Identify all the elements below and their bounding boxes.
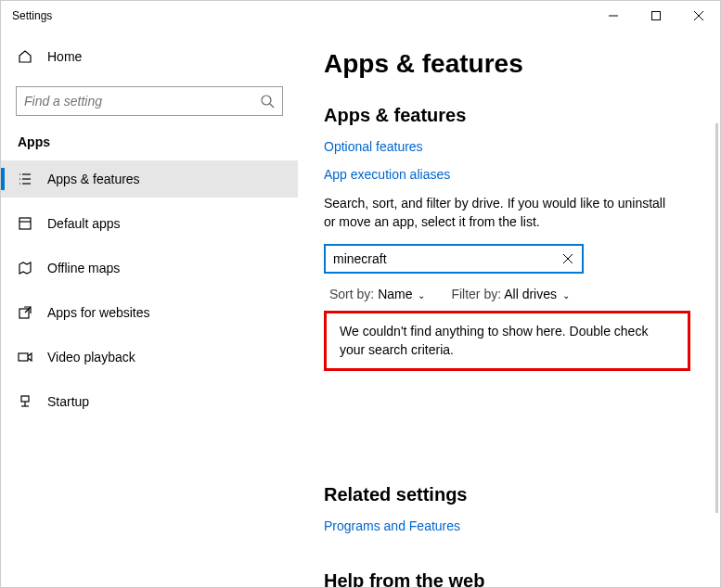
sidebar-item-startup[interactable]: Startup	[1, 383, 298, 420]
search-description: Search, sort, and filter by drive. If yo…	[324, 195, 676, 231]
svg-rect-16	[19, 353, 28, 361]
svg-rect-17	[21, 396, 29, 402]
svg-line-15	[25, 307, 31, 313]
programs-features-link[interactable]: Programs and Features	[324, 518, 694, 533]
chevron-down-icon: ⌄	[418, 290, 425, 300]
search-icon	[260, 94, 275, 109]
sort-value: Name	[378, 287, 412, 301]
svg-rect-12	[19, 218, 31, 229]
sidebar-item-apps-websites[interactable]: Apps for websites	[1, 294, 298, 331]
sidebar-item-label: Video playback	[47, 350, 135, 364]
map-icon	[18, 261, 32, 275]
main-content: Apps & features Apps & features Optional…	[298, 31, 720, 587]
sort-dropdown[interactable]: Sort by: Name ⌄	[329, 287, 425, 301]
filter-dropdown[interactable]: Filter by: All drives ⌄	[451, 287, 570, 301]
svg-line-5	[270, 104, 274, 108]
window-title: Settings	[12, 9, 592, 22]
sidebar-item-video-playback[interactable]: Video playback	[1, 339, 298, 376]
svg-point-4	[262, 96, 271, 105]
sidebar-item-label: Apps & features	[47, 172, 140, 186]
settings-search-input[interactable]	[24, 94, 260, 109]
startup-icon	[18, 394, 32, 409]
section-heading: Apps & features	[324, 105, 694, 126]
defaults-icon	[18, 216, 32, 231]
close-button[interactable]	[677, 1, 720, 31]
window-controls	[592, 1, 720, 31]
settings-search[interactable]	[16, 86, 283, 116]
optional-features-link[interactable]: Optional features	[324, 139, 694, 154]
sidebar-item-apps-features[interactable]: Apps & features	[1, 160, 298, 198]
home-label: Home	[47, 49, 82, 64]
sort-filter-row: Sort by: Name ⌄ Filter by: All drives ⌄	[324, 287, 694, 301]
app-search-box[interactable]	[324, 244, 584, 274]
sidebar-item-offline-maps[interactable]: Offline maps	[1, 249, 298, 287]
sidebar-item-label: Apps for websites	[47, 305, 150, 320]
related-settings-heading: Related settings	[324, 484, 694, 505]
svg-rect-1	[652, 12, 661, 20]
sidebar-item-label: Default apps	[47, 216, 121, 231]
filter-label: Filter by:	[451, 287, 501, 301]
chevron-down-icon: ⌄	[562, 290, 570, 300]
empty-results-message: We couldn't find anything to show here. …	[324, 311, 690, 371]
list-icon	[18, 172, 32, 186]
filter-value: All drives	[504, 287, 557, 301]
open-icon	[18, 305, 32, 320]
sidebar-item-default-apps[interactable]: Default apps	[1, 205, 298, 242]
app-execution-aliases-link[interactable]: App execution aliases	[324, 167, 694, 182]
app-search-input[interactable]	[333, 251, 561, 266]
minimize-button[interactable]	[592, 1, 635, 31]
help-heading: Help from the web	[324, 570, 694, 587]
sort-label: Sort by:	[329, 287, 374, 301]
maximize-button[interactable]	[635, 1, 677, 31]
video-icon	[18, 350, 32, 364]
home-icon	[18, 49, 32, 64]
scrollbar[interactable]	[715, 123, 718, 513]
page-title: Apps & features	[324, 49, 694, 79]
clear-icon[interactable]	[561, 252, 574, 265]
sidebar: Home Apps Apps & features Default apps O…	[1, 31, 298, 587]
titlebar: Settings	[1, 1, 720, 31]
sidebar-item-label: Startup	[47, 394, 89, 409]
home-nav[interactable]: Home	[1, 38, 298, 75]
sidebar-item-label: Offline maps	[47, 261, 120, 275]
sidebar-section-header: Apps	[1, 129, 298, 160]
